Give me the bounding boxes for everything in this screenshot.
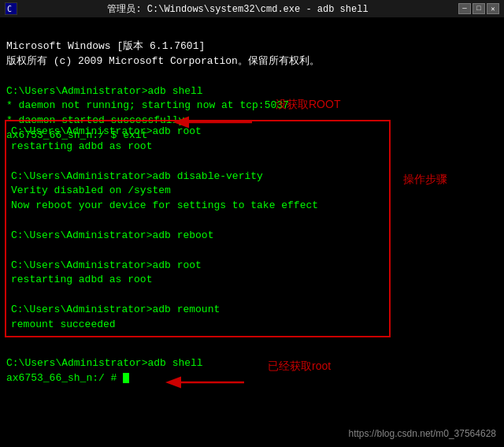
line-5: * daemon not running; starting now at tc… bbox=[6, 99, 320, 114]
step-3 bbox=[11, 155, 384, 169]
svg-text:C: C bbox=[7, 5, 12, 13]
bottom-1: C:\Users\Administrator>adb shell bbox=[6, 356, 203, 371]
line-2: 版权所有 (c) 2009 Microsoft Corporation。保留所有… bbox=[6, 54, 320, 69]
cmd-icon: C bbox=[5, 2, 17, 15]
step-14: remount succeeded bbox=[11, 318, 384, 333]
steps-content: C:\Users\Administrator>adb root restarti… bbox=[11, 125, 384, 333]
minimize-button[interactable]: ─ bbox=[458, 3, 471, 14]
maximize-button[interactable]: □ bbox=[472, 3, 485, 14]
cursor bbox=[123, 373, 129, 383]
step-6: Now reboot your device for settings to t… bbox=[11, 199, 384, 214]
steps-box: C:\Users\Administrator>adb root restarti… bbox=[5, 120, 391, 337]
annotation-no-root: 没获取ROOT bbox=[276, 96, 340, 112]
step-12 bbox=[11, 288, 384, 303]
step-7 bbox=[11, 214, 384, 229]
step-10: C:\Users\Administrator>adb root bbox=[11, 259, 384, 274]
terminal: Microsoft Windows [版本 6.1.7601] 版权所有 (c)… bbox=[0, 17, 504, 447]
annotation-steps: 操作步骤 bbox=[403, 171, 447, 187]
title-bar-text: 管理员: C:\Windows\system32\cmd.exe - adb s… bbox=[20, 2, 455, 16]
title-bar: C 管理员: C:\Windows\system32\cmd.exe - adb… bbox=[0, 0, 504, 17]
close-button[interactable]: ✕ bbox=[487, 3, 499, 14]
line-1: Microsoft Windows [版本 6.1.7601] bbox=[6, 39, 320, 54]
annotation-got-root: 已经获取root bbox=[268, 358, 331, 374]
bottom-url: https://blog.csdn.net/m0_37564628 bbox=[349, 427, 496, 441]
step-2: restarting adbd as root bbox=[11, 140, 384, 155]
step-13: C:\Users\Administrator>adb remount bbox=[11, 303, 384, 318]
line-3 bbox=[6, 69, 320, 84]
arrow-got-root bbox=[165, 371, 260, 394]
step-5: Verity disabled on /system bbox=[11, 184, 384, 199]
step-8: C:\Users\Administrator>adb reboot bbox=[11, 229, 384, 244]
step-11: restarting adbd as root bbox=[11, 273, 384, 288]
step-9 bbox=[11, 244, 384, 259]
step-4: C:\Users\Administrator>adb disable-verit… bbox=[11, 169, 384, 184]
step-1: C:\Users\Administrator>adb root bbox=[11, 125, 384, 140]
title-bar-buttons[interactable]: ─ □ ✕ bbox=[458, 3, 499, 14]
line-4: C:\Users\Administrator>adb shell bbox=[6, 84, 320, 99]
